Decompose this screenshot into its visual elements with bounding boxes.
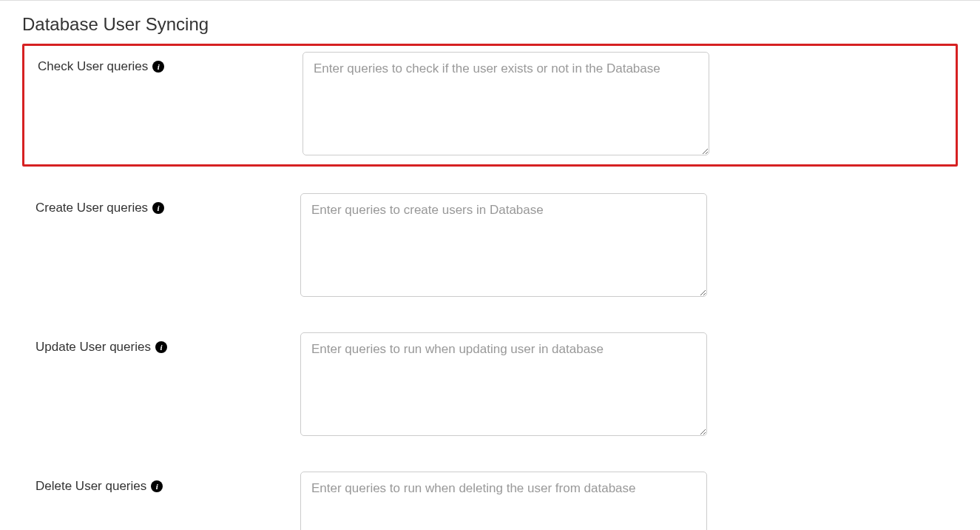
info-icon[interactable]: i [155,341,167,353]
info-icon[interactable]: i [151,480,163,492]
check-user-row: Check User queries i [22,44,958,167]
check-user-label-col: Check User queries i [29,52,303,74]
check-user-label: Check User queries [38,59,148,74]
delete-user-textarea[interactable] [300,472,707,530]
check-user-textarea[interactable] [303,52,709,155]
update-user-textarea[interactable] [300,332,707,436]
check-user-input-col [303,52,709,158]
create-user-label: Create User queries [36,201,148,215]
update-user-input-col [300,332,707,439]
info-icon[interactable]: i [152,202,164,214]
delete-user-row: Delete User queries i [22,466,958,530]
form-container: Database User Syncing Check User queries… [0,1,980,530]
update-user-label-col: Update User queries i [27,332,300,355]
update-user-row: Update User queries i [22,326,958,445]
delete-user-label: Delete User queries [36,479,146,494]
delete-user-label-col: Delete User queries i [27,472,300,494]
create-user-input-col [300,193,707,300]
create-user-textarea[interactable] [300,193,707,297]
create-user-row: Create User queries i [22,187,958,306]
update-user-label: Update User queries [36,340,151,355]
info-icon[interactable]: i [152,61,164,73]
create-user-label-col: Create User queries i [27,193,300,215]
delete-user-input-col [300,472,707,530]
section-title: Database User Syncing [22,14,958,35]
